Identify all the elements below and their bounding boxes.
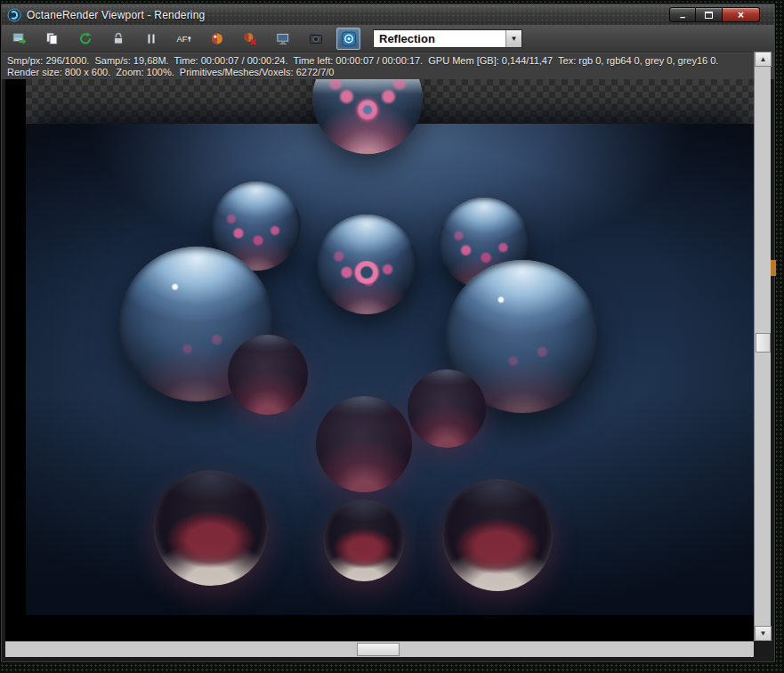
scroll-down-icon: ▼ — [760, 629, 767, 637]
window-title: OctaneRender Viewport - Rendering — [27, 9, 206, 21]
clipboard-icon — [44, 31, 61, 46]
window-controls: – × — [669, 7, 760, 23]
render-sphere — [316, 396, 412, 492]
render-sphere — [228, 335, 308, 415]
render-sphere — [312, 79, 423, 154]
render-pass-dropdown[interactable]: Reflection ▼ — [373, 29, 522, 48]
render-area[interactable] — [26, 79, 754, 615]
scroll-up-icon: ▲ — [760, 55, 767, 63]
octane-app-icon — [7, 8, 21, 22]
white-balance-icon — [209, 31, 225, 46]
octane-render-window: OctaneRender Viewport - Rendering – × — [0, 3, 776, 663]
octane-settings-button[interactable] — [336, 28, 360, 50]
camera-settings-button[interactable] — [303, 28, 327, 50]
maximize-button[interactable] — [696, 7, 723, 22]
refresh-icon — [77, 31, 93, 46]
dropdown-arrow-icon[interactable]: ▼ — [505, 30, 521, 47]
pause-icon — [143, 31, 159, 46]
toolbar: AF Reflectio — [2, 25, 774, 53]
status-line-render-size: Render size: 800 x 600. Zoom: 100%. Prim… — [7, 67, 769, 78]
status-line-samples: Smp/px: 296/1000. Samp/s: 19,68M. Time: … — [7, 55, 769, 67]
desktop: { "window": { "title": "OctaneRender Vie… — [0, 0, 784, 673]
copy-to-clipboard-button[interactable] — [40, 28, 64, 50]
clear-white-balance-icon — [242, 31, 258, 46]
sphere-layer — [26, 79, 754, 615]
autofocus-button[interactable]: AF — [172, 28, 196, 50]
scroll-down-button[interactable]: ▼ — [755, 626, 772, 641]
vertical-scrollbar[interactable]: ▲ ▼ — [754, 52, 771, 641]
frame-marker — [771, 260, 776, 276]
viewport-client — [5, 79, 754, 641]
render-sphere — [323, 499, 405, 581]
camera-icon — [308, 31, 324, 46]
save-render-button[interactable] — [7, 28, 31, 50]
render-pass-value: Reflection — [374, 32, 505, 45]
autofocus-label: AF — [176, 34, 187, 44]
lock-resolution-button[interactable] — [106, 28, 130, 50]
restart-render-button[interactable] — [73, 28, 97, 50]
vertical-scroll-thumb[interactable] — [756, 333, 771, 353]
minimize-button[interactable]: – — [669, 7, 696, 22]
maximize-icon — [705, 12, 713, 19]
render-sphere — [153, 470, 269, 586]
white-balance-button[interactable] — [205, 28, 229, 50]
status-bar: Smp/px: 296/1000. Samp/s: 19,68M. Time: … — [2, 53, 774, 79]
scroll-up-button[interactable]: ▲ — [755, 52, 772, 67]
horizontal-scroll-thumb[interactable] — [357, 643, 400, 656]
monitor-icon — [275, 31, 291, 46]
fit-to-screen-button[interactable] — [271, 28, 295, 50]
autofocus-icon: AF — [176, 31, 192, 46]
close-icon: × — [738, 9, 744, 21]
render-sphere — [317, 215, 416, 314]
close-button[interactable]: × — [723, 7, 760, 22]
horizontal-scrollbar[interactable] — [5, 641, 754, 657]
render-sphere — [408, 369, 486, 448]
octane-logo-icon — [341, 31, 357, 46]
lock-icon — [110, 31, 126, 46]
pause-render-button[interactable] — [139, 28, 163, 50]
titlebar[interactable]: OctaneRender Viewport - Rendering – × — [2, 4, 774, 25]
minimize-icon: – — [680, 13, 685, 20]
clear-white-balance-button[interactable] — [238, 28, 262, 50]
render-sphere — [441, 479, 554, 591]
save-render-icon — [12, 31, 28, 46]
